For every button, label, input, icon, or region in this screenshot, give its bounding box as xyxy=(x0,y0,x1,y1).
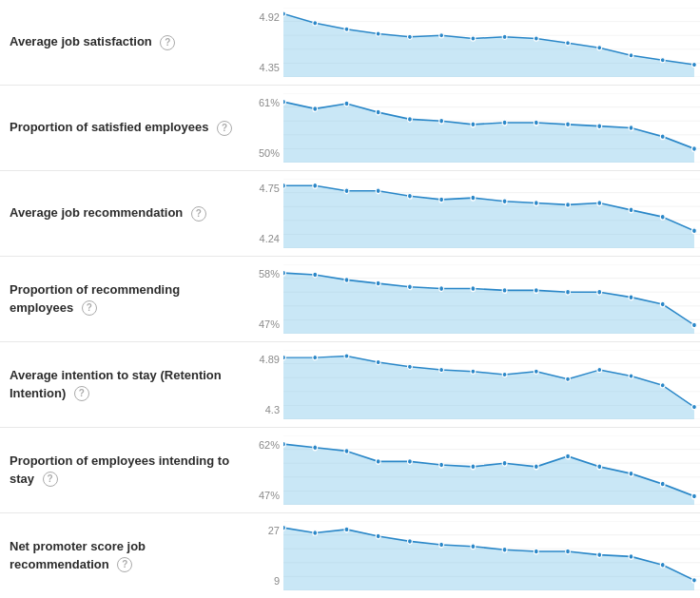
svg-point-59 xyxy=(597,201,602,206)
svg-point-60 xyxy=(629,207,633,213)
svg-point-15 xyxy=(534,36,538,41)
chart-area-avg-intention-stay: 4.894.3 xyxy=(247,342,700,427)
svg-point-81 xyxy=(629,295,633,300)
svg-point-119 xyxy=(502,460,507,466)
svg-point-133 xyxy=(283,525,285,530)
svg-point-91 xyxy=(283,356,285,360)
svg-point-100 xyxy=(566,376,571,381)
svg-point-32 xyxy=(407,116,412,122)
y-axis-proportion-intending-stay: 62%47% xyxy=(247,435,283,505)
svg-marker-90 xyxy=(283,356,694,419)
help-icon-avg-job-recommendation[interactable]: ? xyxy=(191,206,206,222)
svg-point-114 xyxy=(344,449,349,454)
dashboard-container: Average job satisfaction ?4.924.35 Propo… xyxy=(0,0,700,598)
svg-point-140 xyxy=(502,547,507,552)
svg-point-94 xyxy=(376,359,380,364)
svg-point-62 xyxy=(692,228,697,234)
svg-point-117 xyxy=(439,462,444,468)
svg-point-17 xyxy=(597,46,602,50)
svg-point-55 xyxy=(471,195,476,201)
svg-point-145 xyxy=(660,562,665,568)
svg-point-10 xyxy=(376,31,380,36)
metric-title-proportion-recommending: Proportion of recommending employees ? xyxy=(10,281,236,316)
svg-point-92 xyxy=(313,356,318,360)
y-top-net-promoter-score: 27 xyxy=(268,525,280,536)
y-bottom-proportion-intending-stay: 47% xyxy=(259,490,280,501)
svg-point-31 xyxy=(376,109,380,115)
svg-point-13 xyxy=(471,36,476,41)
svg-marker-6 xyxy=(283,13,694,77)
metric-row-avg-intention-stay: Average intention to stay (Retention Int… xyxy=(0,342,700,428)
svg-point-52 xyxy=(376,188,380,194)
svg-point-71 xyxy=(313,272,318,278)
svg-point-77 xyxy=(502,287,507,293)
svg-point-99 xyxy=(534,369,538,374)
svg-point-70 xyxy=(283,270,285,276)
svg-point-19 xyxy=(660,58,665,63)
metric-row-avg-job-recommendation: Average job recommendation ?4.754.24 xyxy=(0,171,700,257)
help-icon-avg-job-satisfaction[interactable]: ? xyxy=(160,35,175,50)
svg-point-29 xyxy=(313,106,318,112)
svg-point-123 xyxy=(629,471,633,476)
svg-point-53 xyxy=(407,193,412,199)
svg-point-49 xyxy=(283,183,285,188)
svg-point-76 xyxy=(471,286,476,292)
svg-point-139 xyxy=(471,544,476,550)
y-axis-avg-job-recommendation: 4.754.24 xyxy=(247,179,283,248)
chart-svg-avg-job-satisfaction xyxy=(283,8,700,77)
svg-point-78 xyxy=(534,287,538,293)
metric-title-avg-job-satisfaction: Average job satisfaction ? xyxy=(10,33,175,50)
svg-point-143 xyxy=(597,552,602,558)
y-bottom-avg-job-satisfaction: 4.35 xyxy=(260,62,280,73)
metric-title-proportion-satisfied: Proportion of satisfied employees ? xyxy=(10,119,232,136)
y-top-avg-job-recommendation: 4.75 xyxy=(260,183,280,194)
svg-point-73 xyxy=(376,280,380,286)
svg-point-83 xyxy=(692,322,697,328)
svg-point-33 xyxy=(439,118,444,124)
svg-point-97 xyxy=(471,369,476,374)
chart-svg-wrap-proportion-intending-stay xyxy=(283,435,700,505)
svg-point-35 xyxy=(502,120,507,125)
metric-row-proportion-satisfied: Proportion of satisfied employees ?61%50… xyxy=(0,86,700,171)
svg-point-101 xyxy=(597,367,602,372)
svg-point-82 xyxy=(660,301,665,307)
help-icon-proportion-intending-stay[interactable]: ? xyxy=(43,472,58,487)
help-icon-avg-intention-stay[interactable]: ? xyxy=(74,386,89,401)
metric-row-net-promoter-score: Net promoter score job recommendation ?2… xyxy=(0,513,700,598)
svg-point-54 xyxy=(439,197,444,203)
svg-point-39 xyxy=(629,125,633,131)
chart-svg-wrap-proportion-satisfied xyxy=(283,93,700,163)
svg-point-61 xyxy=(660,214,665,220)
svg-point-116 xyxy=(407,458,412,464)
metric-label-avg-job-recommendation: Average job recommendation ? xyxy=(0,171,247,256)
svg-point-74 xyxy=(407,284,412,290)
y-axis-net-promoter-score: 279 xyxy=(247,521,283,590)
chart-svg-wrap-proportion-recommending xyxy=(283,264,700,334)
svg-point-72 xyxy=(344,278,349,283)
svg-point-134 xyxy=(313,530,318,536)
svg-point-137 xyxy=(407,539,412,545)
y-top-proportion-intending-stay: 62% xyxy=(259,439,280,451)
svg-point-36 xyxy=(534,120,538,125)
svg-point-79 xyxy=(566,289,571,295)
help-icon-proportion-recommending[interactable]: ? xyxy=(82,300,97,316)
chart-svg-proportion-satisfied xyxy=(283,93,700,163)
chart-area-proportion-satisfied: 61%50% xyxy=(247,86,700,170)
help-icon-proportion-satisfied[interactable]: ? xyxy=(217,121,232,136)
y-axis-avg-job-satisfaction: 4.924.35 xyxy=(247,8,283,77)
help-icon-net-promoter-score[interactable]: ? xyxy=(117,557,132,572)
chart-area-avg-job-recommendation: 4.754.24 xyxy=(247,171,700,256)
svg-point-124 xyxy=(660,481,665,487)
svg-point-20 xyxy=(692,62,697,67)
chart-svg-avg-intention-stay xyxy=(283,350,700,419)
svg-point-115 xyxy=(376,458,380,464)
chart-area-proportion-intending-stay: 62%47% xyxy=(247,428,700,512)
metric-label-avg-job-satisfaction: Average job satisfaction ? xyxy=(0,0,247,85)
y-axis-proportion-satisfied: 61%50% xyxy=(247,93,283,163)
svg-point-135 xyxy=(344,527,349,532)
chart-svg-wrap-avg-intention-stay xyxy=(283,350,700,419)
svg-marker-48 xyxy=(283,185,694,248)
svg-point-136 xyxy=(376,533,380,539)
svg-point-28 xyxy=(283,99,285,105)
svg-point-50 xyxy=(313,183,318,188)
